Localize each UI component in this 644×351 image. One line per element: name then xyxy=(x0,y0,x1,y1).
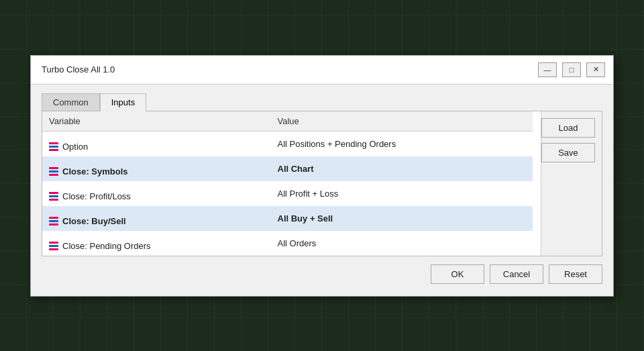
table-row[interactable]: OptionAll Positions + Pending Orders xyxy=(42,131,533,156)
cell-value: All Buy + Sell xyxy=(271,206,533,231)
table-row[interactable]: Close: Pending OrdersAll Orders xyxy=(42,231,533,256)
variables-table-wrapper: Variable Value OptionAll Positions + Pen… xyxy=(42,111,533,256)
variables-table: Variable Value OptionAll Positions + Pen… xyxy=(42,111,533,256)
cell-variable: Close: Profit/Loss xyxy=(42,181,271,206)
load-button[interactable]: Load xyxy=(541,118,595,138)
cell-value: All Orders xyxy=(271,231,533,256)
cell-variable: Option xyxy=(42,131,271,156)
ok-button[interactable]: OK xyxy=(431,264,484,284)
dialog-body: Common Inputs Variable Value OptionAll P… xyxy=(31,85,613,296)
close-button[interactable]: ✕ xyxy=(586,62,605,77)
dialog-title: Turbo Close All 1.0 xyxy=(42,64,115,74)
title-bar-controls: — □ ✕ xyxy=(538,62,605,77)
reset-button[interactable]: Reset xyxy=(549,264,602,284)
stack-icon xyxy=(49,242,58,250)
dialog-window: Turbo Close All 1.0 — □ ✕ Common Inputs … xyxy=(30,55,614,297)
stack-icon xyxy=(49,192,58,201)
content-area: Variable Value OptionAll Positions + Pen… xyxy=(42,111,602,256)
stack-icon xyxy=(49,167,58,176)
col-header-variable: Variable xyxy=(42,111,271,132)
stack-icon xyxy=(49,142,58,151)
cancel-button[interactable]: Cancel xyxy=(490,264,543,284)
stack-icon xyxy=(49,217,58,225)
side-buttons-panel: Load Save xyxy=(541,111,602,256)
cell-value: All Chart xyxy=(271,156,533,181)
title-bar: Turbo Close All 1.0 — □ ✕ xyxy=(31,56,613,85)
cell-variable: Close: Symbols xyxy=(42,156,271,181)
cell-value: All Positions + Pending Orders xyxy=(271,131,533,156)
maximize-button[interactable]: □ xyxy=(562,62,581,77)
col-header-value: Value xyxy=(271,111,533,132)
tab-bar: Common Inputs xyxy=(42,93,602,111)
table-row[interactable]: Close: SymbolsAll Chart xyxy=(42,156,533,181)
save-button[interactable]: Save xyxy=(541,143,595,162)
bottom-buttons-panel: OK Cancel Reset xyxy=(42,256,602,287)
table-header-row: Variable Value xyxy=(42,111,533,132)
cell-variable: Close: Pending Orders xyxy=(42,231,271,256)
table-row[interactable]: Close: Profit/LossAll Profit + Loss xyxy=(42,181,533,206)
tab-inputs[interactable]: Inputs xyxy=(100,93,146,111)
tab-common[interactable]: Common xyxy=(42,93,100,111)
cell-variable: Close: Buy/Sell xyxy=(42,206,271,231)
table-row[interactable]: Close: Buy/SellAll Buy + Sell xyxy=(42,206,533,231)
minimize-button[interactable]: — xyxy=(538,62,557,77)
cell-value: All Profit + Loss xyxy=(271,181,533,206)
